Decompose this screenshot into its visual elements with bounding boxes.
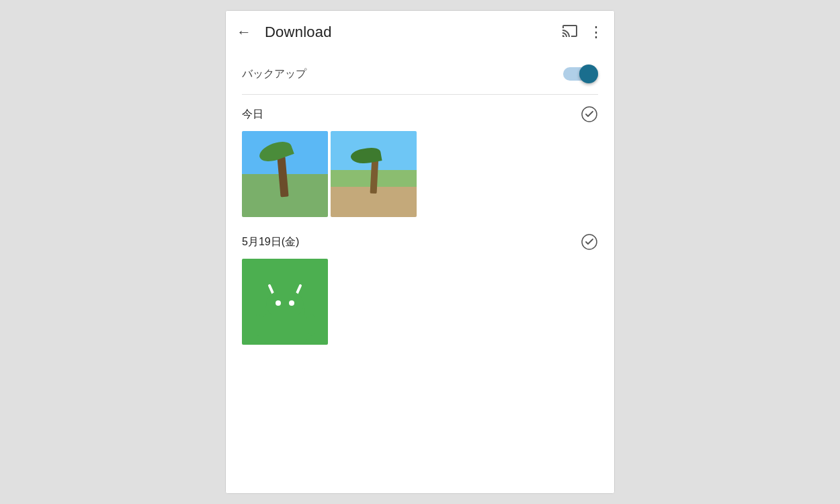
may19-check-icon[interactable] xyxy=(581,233,598,251)
svg-rect-9 xyxy=(308,314,315,336)
toolbar: ← Download ⋮ xyxy=(226,11,614,54)
backup-label: バックアップ xyxy=(242,67,306,81)
photo-2[interactable] xyxy=(331,131,417,217)
backup-toggle[interactable] xyxy=(563,65,598,83)
backup-row: バックアップ xyxy=(226,54,614,94)
toggle-thumb xyxy=(579,65,598,83)
content-area: バックアップ 今日 5月19日(金) xyxy=(226,54,614,493)
may19-photo-grid xyxy=(226,259,614,350)
svg-rect-8 xyxy=(255,314,261,336)
android-robot-svg xyxy=(255,278,315,345)
cast-svg-icon xyxy=(562,23,578,39)
svg-point-6 xyxy=(289,300,294,306)
phone-frame: ← Download ⋮ バックアップ xyxy=(225,10,615,494)
svg-point-5 xyxy=(276,300,281,306)
may19-section-header: 5月19日(金) xyxy=(226,222,614,259)
today-section-title: 今日 xyxy=(242,108,263,122)
page-title: Download xyxy=(265,24,562,41)
android-photo[interactable] xyxy=(242,259,328,345)
toolbar-actions: ⋮ xyxy=(562,23,603,42)
may19-section-title: 5月19日(金) xyxy=(242,235,299,249)
more-options-button[interactable]: ⋮ xyxy=(589,25,603,40)
today-section-header: 今日 xyxy=(226,95,614,131)
svg-rect-7 xyxy=(263,314,307,343)
today-photo-grid xyxy=(226,131,614,222)
photo-1[interactable] xyxy=(242,131,328,217)
today-check-icon[interactable] xyxy=(581,106,598,123)
cast-button[interactable] xyxy=(562,23,578,42)
back-button[interactable]: ← xyxy=(237,25,251,40)
